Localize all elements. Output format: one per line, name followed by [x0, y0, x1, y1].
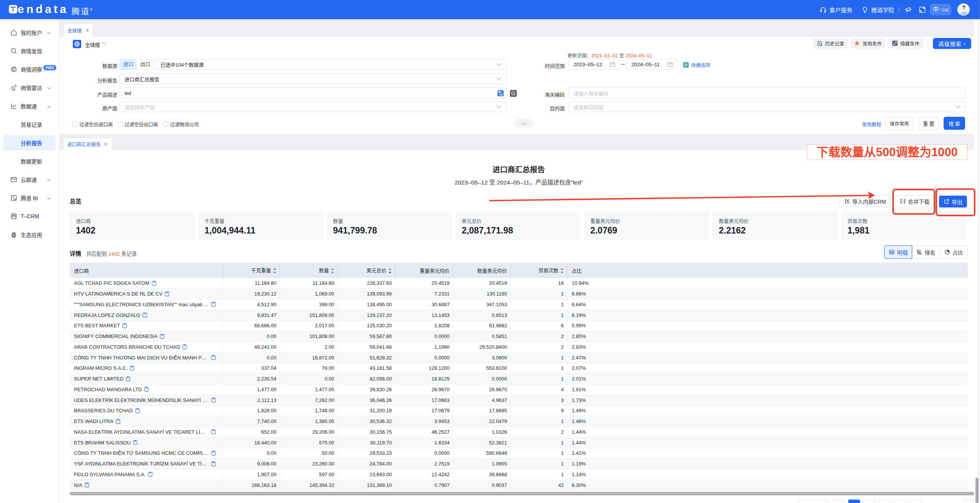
svg-text:A: A [500, 93, 503, 96]
svg-text:BI: BI [14, 198, 16, 200]
